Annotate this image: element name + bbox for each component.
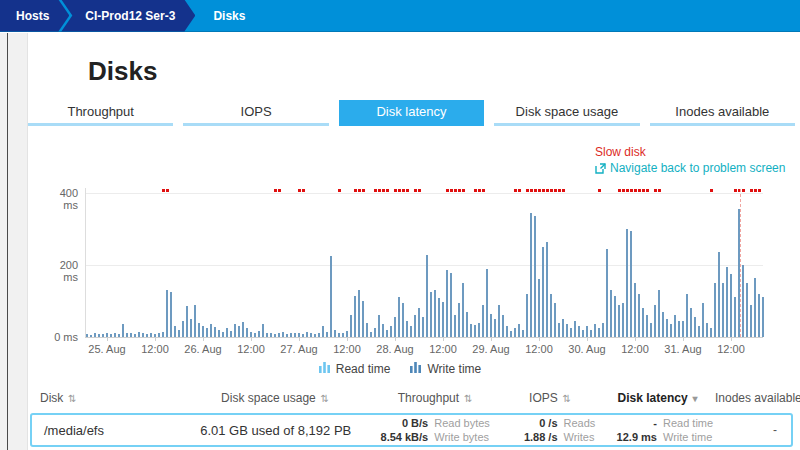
latency-bar (478, 323, 480, 337)
x-tick-mark (731, 337, 732, 341)
metric-label: Read time (663, 416, 713, 430)
latency-bar (350, 315, 352, 337)
latency-bar (490, 314, 492, 337)
column-header-disk-space-usage[interactable]: Disk space usage ⇅ (180, 391, 370, 405)
latency-bar (542, 247, 544, 337)
latency-bar (638, 294, 640, 337)
slow-disk-event-marker (394, 189, 397, 192)
latency-bar (318, 333, 320, 337)
breadcrumb-item-hosts[interactable]: Hosts (0, 0, 69, 32)
cell-disk-name: /media/efs (32, 423, 181, 438)
column-header-iops[interactable]: IOPS ⇅ (500, 391, 600, 405)
slow-disk-event-marker (622, 189, 625, 192)
slow-disk-event-marker (654, 189, 657, 192)
latency-bar (150, 333, 152, 337)
latency-bar (302, 334, 304, 337)
tab-disk-space-usage[interactable]: Disk space usage (494, 100, 639, 126)
y-tick-label: 400 ms (42, 187, 78, 211)
latency-bar (358, 290, 360, 337)
slow-disk-event-marker (710, 189, 713, 192)
latency-bar (190, 319, 192, 337)
latency-bar (494, 319, 496, 337)
x-tick-mark (635, 337, 636, 341)
cell-throughput: 0 B/sRead bytes8.54 kB/sWrite bytes (370, 416, 499, 444)
slow-disk-event-marker (638, 189, 641, 192)
latency-bar (278, 333, 280, 337)
latency-bar (210, 324, 212, 337)
latency-bar (366, 323, 368, 337)
slow-disk-event-marker (354, 189, 357, 192)
y-tick-label: 200 ms (42, 259, 78, 283)
latency-bar (374, 328, 376, 337)
latency-bar (590, 330, 592, 337)
column-header-label: Throughput (398, 391, 459, 405)
chart-legend: Read timeWrite time (0, 362, 800, 376)
column-header-inodes-available[interactable]: Inodes available ⇅ (715, 391, 793, 405)
slow-disk-event-marker (450, 189, 453, 192)
latency-bar (510, 331, 512, 337)
slow-disk-event-marker (162, 189, 165, 192)
table-row[interactable]: /media/efs6.01 GB used of 8,192 PB0 B/sR… (30, 413, 793, 447)
disk-latency-metrics: -Read time12.9 msWrite time (599, 416, 713, 444)
cell-disk-latency: -Read time12.9 msWrite time (599, 416, 713, 444)
navigate-back-link[interactable]: Navigate back to problem screen (595, 161, 785, 175)
legend-label: Read time (336, 362, 391, 376)
latency-bar (446, 270, 448, 337)
latency-bar (602, 323, 604, 337)
slow-disk-event-marker (446, 189, 449, 192)
metric-line: 0 /sReads (500, 416, 599, 430)
metric-line: -Read time (599, 416, 713, 430)
latency-bar (522, 330, 524, 337)
latency-bar (650, 323, 652, 337)
tab-iops[interactable]: IOPS (183, 100, 328, 126)
x-tick-mark (107, 337, 108, 341)
latency-bar (282, 332, 284, 337)
slow-disk-event-marker (642, 189, 645, 192)
latency-bar (442, 302, 444, 337)
x-tick-mark (299, 337, 300, 341)
latency-bar (606, 249, 608, 337)
latency-bar (238, 326, 240, 337)
latency-bar (274, 334, 276, 337)
latency-bar (734, 297, 736, 337)
latency-bar (722, 283, 724, 337)
tab-throughput[interactable]: Throughput (28, 100, 173, 126)
latency-bar (198, 323, 200, 337)
slow-disk-event-marker (418, 189, 421, 192)
throughput-metrics: 0 B/sRead bytes8.54 kB/sWrite bytes (370, 416, 499, 444)
metric-value: 0 /s (500, 416, 558, 430)
latency-bar (342, 333, 344, 337)
latency-bar (690, 308, 692, 337)
tab-disk-latency[interactable]: Disk latency (339, 100, 484, 126)
breadcrumb-item-disks[interactable]: Disks (195, 0, 245, 32)
sort-icon: ⇅ (560, 393, 571, 404)
latency-bar (322, 326, 324, 337)
column-header-disk-latency[interactable]: Disk latency ▾ (600, 391, 715, 405)
page-title: Disks (88, 56, 157, 87)
latency-bar (234, 324, 236, 337)
breadcrumb: HostsCI-Prod12 Ser-3Disks (0, 0, 245, 32)
latency-bar (178, 330, 180, 337)
latency-bar (90, 335, 92, 337)
x-tick-label: 12:00 (613, 343, 657, 355)
x-tick-mark (203, 337, 204, 341)
latency-bar (762, 297, 764, 337)
latency-bar (406, 321, 408, 337)
latency-bar (218, 330, 220, 337)
slow-disk-event-marker (278, 189, 281, 192)
slow-disk-event-marker (758, 189, 761, 192)
x-tick-mark (251, 337, 252, 341)
latency-bar (434, 290, 436, 337)
column-header-disk[interactable]: Disk ⇅ (30, 391, 180, 405)
column-header-throughput[interactable]: Throughput ⇅ (370, 391, 500, 405)
latency-bar (594, 324, 596, 337)
latency-bars[interactable] (86, 193, 766, 337)
latency-bar (662, 312, 664, 337)
slow-disk-event-marker (358, 189, 361, 192)
cell-inodes-available: - (713, 423, 791, 437)
latency-bar (698, 326, 700, 337)
metric-label: Read bytes (434, 416, 490, 430)
slow-disk-event-marker (542, 189, 545, 192)
breadcrumb-item-ci-prod12-ser-3[interactable]: CI-Prod12 Ser-3 (61, 0, 195, 32)
tab-inodes-available[interactable]: Inodes available (650, 100, 795, 126)
